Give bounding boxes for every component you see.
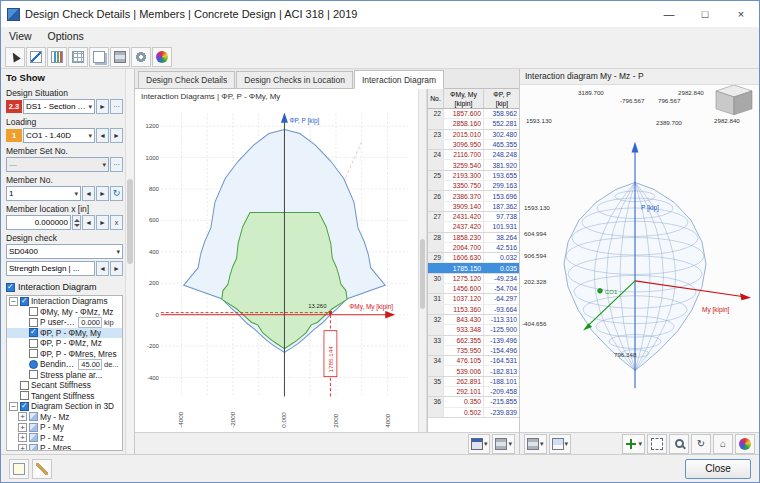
print-table-button[interactable]: ▾ [492, 434, 515, 454]
table-row[interactable]: 1153.360-93.664 [428, 305, 519, 315]
table-row[interactable]: 301275.120-49.234 [428, 274, 519, 284]
tab-interaction-diagram[interactable]: Interaction Diagram [354, 70, 444, 89]
member-no-select[interactable]: 1 ▾ [6, 186, 81, 201]
minimize-button[interactable]: — [651, 1, 687, 27]
table-row[interactable]: 272431.42097.738 [428, 212, 519, 222]
tree-item-tangent-stiffness[interactable]: Tangent Stiffness [7, 391, 122, 402]
checkbox[interactable] [20, 381, 29, 390]
maximize-button[interactable]: □ [687, 1, 723, 27]
location-spinner[interactable] [72, 215, 81, 230]
table-row[interactable]: 360.350-215.855 [428, 397, 519, 407]
design-check-select[interactable]: SD0400 ▾ [6, 244, 123, 259]
print-button[interactable] [110, 47, 130, 67]
zoom-window-button[interactable] [647, 434, 667, 454]
comment-button[interactable] [9, 459, 29, 479]
table-row[interactable]: 221857.600358.962 [428, 109, 519, 119]
tab-design-checks-in-location[interactable]: Design Checks in Location [236, 71, 353, 88]
member-refresh-button[interactable]: ↻ [110, 186, 123, 201]
expand-icon[interactable]: + [18, 412, 27, 421]
expand-icon[interactable]: + [18, 433, 27, 442]
design-check-type[interactable]: Strength Design | ... [6, 261, 95, 276]
loading-next-button[interactable]: ► [110, 128, 123, 143]
table-row[interactable]: 2858.160552.281 [428, 119, 519, 129]
tree-item-diagram-section-in-3d[interactable]: −Diagram Section in 3D [7, 401, 122, 412]
home-view-button[interactable]: ⌂ [713, 434, 733, 454]
tab-design-check-details[interactable]: Design Check Details [138, 71, 235, 88]
interaction-curve-button[interactable] [26, 47, 46, 67]
display-colors-button[interactable] [152, 47, 172, 67]
diagram-icon[interactable] [29, 433, 38, 442]
left-scrollbar[interactable] [125, 69, 134, 454]
member-location-input[interactable]: 0.000000 [6, 215, 71, 230]
member-next-button[interactable]: ► [96, 186, 109, 201]
location-prev-button[interactable]: ◄ [82, 215, 95, 230]
table-row[interactable]: 262386.370153.696 [428, 191, 519, 201]
expand-icon[interactable]: + [18, 423, 27, 432]
tree-item-p-my[interactable]: +P - My [7, 422, 122, 433]
diagram-icon[interactable] [29, 444, 38, 451]
display-options-button[interactable]: ▾ [549, 434, 572, 454]
table-row[interactable]: 232015.010302.480 [428, 130, 519, 140]
table-row[interactable]: 2064.70042.516 [428, 243, 519, 253]
table-row[interactable]: 0.502-239.839 [428, 408, 519, 418]
location-extra-button[interactable]: x [110, 215, 123, 230]
value-field[interactable]: 45.00 [78, 359, 102, 370]
table-row[interactable]: 34476.105-164.531 [428, 356, 519, 366]
checkbox[interactable] [29, 328, 38, 337]
print-view-button[interactable]: ▾ [524, 434, 547, 454]
member-set-more-button[interactable]: ⋯ [110, 157, 123, 172]
loading-select[interactable]: CO1 - 1.40D ▾ [23, 128, 95, 143]
tree-item-p-p-my-my[interactable]: ΦP, P - ΦMy, My [7, 328, 122, 339]
tree-item-my-mz[interactable]: +My - Mz [7, 412, 122, 423]
tree-item-my-my-mz-mz[interactable]: ΦMy, My - ΦMz, Mz [7, 307, 122, 318]
interaction-diagram-master-row[interactable]: Interaction Diagram [6, 280, 123, 294]
result-table-button[interactable] [68, 47, 88, 67]
tree-item-p-user-defined[interactable]: P user-defined0.000kip [7, 317, 122, 328]
left-scrollbar-thumb[interactable] [127, 179, 133, 264]
table-row[interactable]: 35262.891-188.101 [428, 377, 519, 387]
tree-item-p-mres[interactable]: +P - Mres [7, 443, 122, 451]
table-row[interactable]: 32843.430-113.310 [428, 315, 519, 325]
location-next-button[interactable]: ► [96, 215, 109, 230]
design-check-prev-button[interactable]: ◄ [96, 261, 109, 276]
member-set-select[interactable]: — ▾ [6, 157, 109, 172]
collapse-icon[interactable]: − [9, 402, 18, 411]
add-view-button[interactable]: ▾ [622, 434, 645, 454]
table-row[interactable]: 33662.355-139.496 [428, 336, 519, 346]
zoom-button[interactable] [669, 434, 689, 454]
design-situation-select[interactable]: DS1 - Section 2.3 (URFD), 1. to 5... ▾ [23, 99, 95, 114]
menu-options[interactable]: Options [40, 30, 92, 42]
table-row[interactable]: 3096.950465.355 [428, 140, 519, 150]
checkbox[interactable] [29, 370, 38, 379]
table-row[interactable]: 3259.540381.920 [428, 160, 519, 170]
table-row[interactable]: 291606.6300.032 [428, 253, 519, 263]
edit-button[interactable] [32, 459, 52, 479]
table-row[interactable]: 292.101-209.458 [428, 387, 519, 397]
table-row[interactable]: 252193.300193.655 [428, 171, 519, 181]
table-row[interactable]: 1456.600-54.704 [428, 284, 519, 294]
checkbox[interactable] [29, 349, 38, 358]
settings-button[interactable] [131, 47, 151, 67]
close-window-button[interactable]: × [723, 1, 759, 27]
orbit-button[interactable]: ↻ [691, 434, 711, 454]
checkbox[interactable] [29, 339, 38, 348]
tree-item-p-p-mz-mz[interactable]: ΦP, P - ΦMz, Mz [7, 338, 122, 349]
interaction-3d-view[interactable]: CO1P [kip]My [kipin]3189.700-796.567796.… [520, 85, 759, 432]
table-row[interactable]: 311037.120-64.297 [428, 294, 519, 304]
design-situation-more-button[interactable]: ⋯ [110, 99, 123, 114]
checkbox[interactable] [20, 391, 29, 400]
close-button[interactable]: Close [685, 459, 751, 479]
expand-icon[interactable]: + [18, 444, 27, 451]
table-scrollbar-thumb[interactable] [420, 239, 425, 309]
design-situation-next-button[interactable]: ► [96, 99, 109, 114]
tree-item-p-mz[interactable]: +P - Mz [7, 433, 122, 444]
tree-item-bending-mome[interactable]: Bending mome...45.00de... [7, 359, 122, 370]
loading-prev-button[interactable]: ◄ [96, 128, 109, 143]
table-row[interactable]: 539.006-182.813 [428, 366, 519, 376]
menu-view[interactable]: View [1, 30, 40, 42]
tree-item-p-p-mres-mres[interactable]: ΦP, P - ΦMres, Mres [7, 349, 122, 360]
result-chart-button[interactable] [47, 47, 67, 67]
design-check-next-button[interactable]: ► [110, 261, 123, 276]
table-row[interactable]: 3350.750299.163 [428, 181, 519, 191]
checkbox[interactable] [29, 307, 38, 316]
